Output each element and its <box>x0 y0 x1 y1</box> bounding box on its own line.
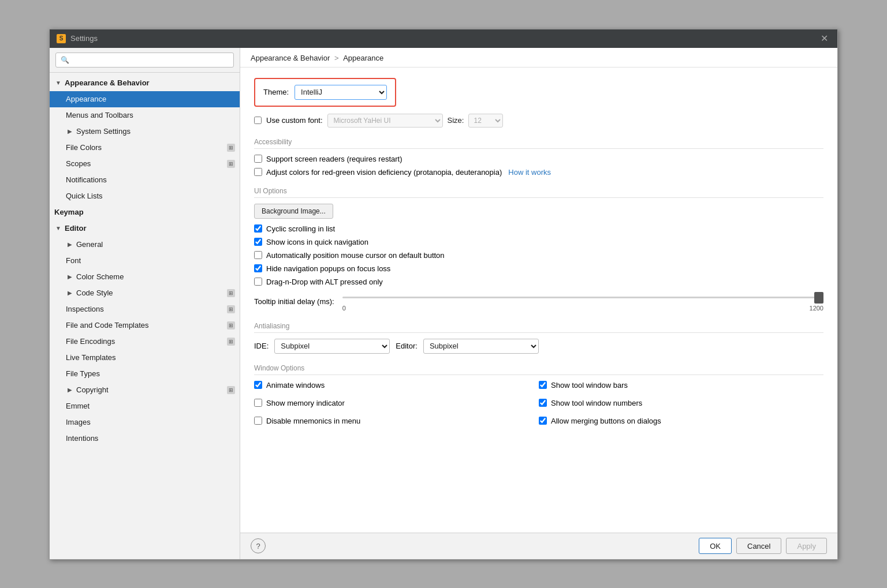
editor-aa-select[interactable]: Subpixel Greyscale None <box>423 339 539 354</box>
cyclic-scrolling-row: Cyclic scrolling in list <box>254 224 823 233</box>
show-memory-row: Show memory indicator <box>254 399 539 407</box>
custom-font-checkbox[interactable] <box>254 117 262 124</box>
allow-merging-row: Allow merging buttons on dialogs <box>539 417 823 425</box>
hide-nav-popups-row: Hide navigation popups on focus loss <box>254 264 823 273</box>
sidebar-item-keymap[interactable]: Keymap <box>50 204 240 220</box>
theme-select[interactable]: IntelliJ Darcula High contrast Windows 1… <box>295 85 387 100</box>
sidebar-item-menus-toolbars[interactable]: Menus and Toolbars <box>50 107 240 123</box>
sidebar-item-intentions[interactable]: Intentions <box>50 430 240 447</box>
accessibility-title: Accessibility <box>254 138 823 149</box>
accessibility-section: Accessibility Support screen readers (re… <box>254 138 823 177</box>
slider-thumb[interactable] <box>814 292 823 304</box>
theme-box: Theme: IntelliJ Darcula High contrast Wi… <box>254 78 396 107</box>
sidebar-item-file-encodings[interactable]: File Encodings ⊞ <box>50 334 240 350</box>
sidebar-item-emmet[interactable]: Emmet <box>50 398 240 414</box>
apply-button[interactable]: Apply <box>786 538 827 554</box>
file-encodings-badge: ⊞ <box>227 338 235 346</box>
drag-n-drop-checkbox[interactable] <box>254 278 262 286</box>
how-it-works-link[interactable]: How it works <box>508 168 551 177</box>
sidebar-item-scopes[interactable]: Scopes ⊞ <box>50 156 240 172</box>
ui-options-title: UI Options <box>254 187 823 198</box>
sidebar-item-file-code-templates[interactable]: File and Code Templates ⊞ <box>50 317 240 334</box>
show-icons-row: Show icons in quick navigation <box>254 238 823 246</box>
sidebar-item-label: Copyright <box>76 385 109 394</box>
sidebar-item-label: Quick Lists <box>66 192 103 200</box>
color-deficiency-checkbox[interactable] <box>254 168 262 176</box>
sidebar-item-label: Images <box>66 418 91 426</box>
disable-mnemonics-checkbox[interactable] <box>254 417 262 425</box>
breadcrumb: Appearance & Behavior > Appearance <box>240 48 837 68</box>
sidebar-item-label: File and Code Templates <box>66 321 149 329</box>
hide-nav-popups-checkbox[interactable] <box>254 264 262 272</box>
show-memory-checkbox[interactable] <box>254 399 262 407</box>
chevron-right-icon: ▶ <box>66 290 74 296</box>
chevron-down-icon: ▼ <box>54 225 62 231</box>
animate-windows-label: Animate windows <box>266 381 325 389</box>
sidebar-item-images[interactable]: Images <box>50 414 240 430</box>
slider-max: 1200 <box>810 305 823 312</box>
sidebar-item-label: Live Templates <box>66 353 115 362</box>
window-options-checkboxes: Animate windows Show tool window bars Sh… <box>254 381 823 430</box>
allow-merging-label: Allow merging buttons on dialogs <box>551 417 661 425</box>
sidebar-item-label: File Colors <box>66 143 102 152</box>
sidebar-item-copyright[interactable]: ▶ Copyright ⊞ <box>50 382 240 398</box>
main-content: Appearance & Behavior > Appearance Theme… <box>240 48 837 559</box>
sidebar-item-system-settings[interactable]: ▶ System Settings <box>50 123 240 140</box>
ui-options-section: UI Options Background Image... Cyclic sc… <box>254 187 823 312</box>
settings-window: S Settings ✕ ▼ Appearance & Behavior App… <box>49 29 838 560</box>
size-select: 12 <box>468 114 503 128</box>
show-tool-numbers-checkbox[interactable] <box>539 399 547 407</box>
hide-nav-popups-label: Hide navigation popups on focus loss <box>266 264 390 273</box>
show-icons-checkbox[interactable] <box>254 238 262 246</box>
inspections-badge: ⊞ <box>227 305 235 313</box>
sidebar-item-color-scheme[interactable]: ▶ Color Scheme <box>50 269 240 285</box>
allow-merging-checkbox[interactable] <box>539 417 547 425</box>
file-code-templates-badge: ⊞ <box>227 321 235 329</box>
cyclic-scrolling-checkbox[interactable] <box>254 224 262 233</box>
sidebar-item-quick-lists[interactable]: Quick Lists <box>50 188 240 204</box>
sidebar-item-editor[interactable]: ▼ Editor <box>50 220 240 237</box>
sidebar-item-live-templates[interactable]: Live Templates <box>50 350 240 366</box>
screen-readers-checkbox[interactable] <box>254 155 262 163</box>
sidebar-item-general[interactable]: ▶ General <box>50 237 240 253</box>
sidebar-item-label: Notifications <box>66 175 107 184</box>
copyright-badge: ⊞ <box>227 386 235 394</box>
bg-image-button[interactable]: Background Image... <box>254 204 333 219</box>
sidebar-item-code-style[interactable]: ▶ Code Style ⊞ <box>50 285 240 301</box>
auto-position-checkbox[interactable] <box>254 251 262 259</box>
sidebar-item-file-colors[interactable]: File Colors ⊞ <box>50 140 240 156</box>
animate-windows-row: Animate windows <box>254 381 539 389</box>
settings-panel: Theme: IntelliJ Darcula High contrast Wi… <box>240 68 837 533</box>
sidebar-item-label: File Encodings <box>66 337 115 346</box>
sidebar-item-label: Emmet <box>66 402 90 410</box>
sidebar-item-font[interactable]: Font <box>50 253 240 269</box>
app-icon: S <box>57 34 66 43</box>
sidebar-item-label: Inspections <box>66 305 104 313</box>
chevron-right-icon: ▶ <box>66 241 74 248</box>
window-options-section: Window Options Animate windows Show tool… <box>254 364 823 430</box>
help-button[interactable]: ? <box>251 538 266 553</box>
sidebar-item-appearance-behavior[interactable]: ▼ Appearance & Behavior <box>50 75 240 91</box>
search-input[interactable] <box>55 53 234 68</box>
sidebar-item-inspections[interactable]: Inspections ⊞ <box>50 301 240 317</box>
animate-windows-checkbox[interactable] <box>254 381 262 389</box>
auto-position-row: Automatically position mouse cursor on d… <box>254 251 823 260</box>
close-button[interactable]: ✕ <box>818 33 830 44</box>
cyclic-scrolling-label: Cyclic scrolling in list <box>266 224 335 233</box>
drag-n-drop-label: Drag-n-Drop with ALT pressed only <box>266 278 383 286</box>
sidebar: ▼ Appearance & Behavior Appearance Menus… <box>50 48 240 559</box>
ok-button[interactable]: OK <box>699 538 732 554</box>
ide-aa-select[interactable]: Subpixel Greyscale None <box>274 339 390 354</box>
scopes-badge: ⊞ <box>227 160 235 168</box>
drag-n-drop-row: Drag-n-Drop with ALT pressed only <box>254 278 823 286</box>
breadcrumb-separator: > <box>334 54 341 62</box>
cancel-button[interactable]: Cancel <box>736 538 781 554</box>
sidebar-item-notifications[interactable]: Notifications <box>50 172 240 188</box>
sidebar-item-label: Keymap <box>54 208 84 216</box>
theme-label: Theme: <box>263 88 289 96</box>
sidebar-item-appearance[interactable]: Appearance <box>50 91 240 107</box>
editor-aa-label: Editor: <box>396 342 418 350</box>
sidebar-item-file-types[interactable]: File Types <box>50 366 240 382</box>
show-tool-bars-checkbox[interactable] <box>539 381 547 389</box>
sidebar-item-label: Menus and Toolbars <box>66 111 133 119</box>
